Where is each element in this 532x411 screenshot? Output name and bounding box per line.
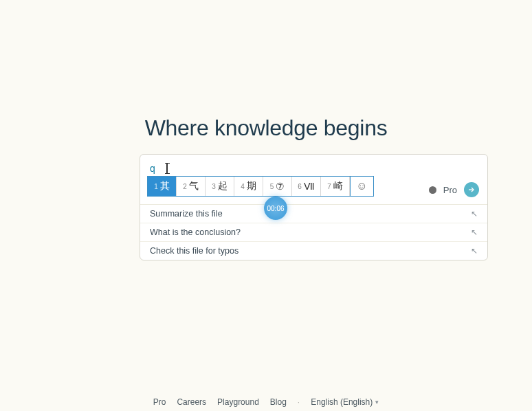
arrow-right-icon bbox=[467, 186, 476, 194]
ime-candidate-bar[interactable]: 1 其 2 气 3 起 4 期 5 ⑦ 6 Ⅶ 7 崎 ☺ bbox=[147, 176, 374, 197]
footer-separator: · bbox=[298, 397, 300, 407]
ime-char: 期 bbox=[247, 180, 256, 192]
ime-emoji-button[interactable]: ☺ bbox=[350, 177, 373, 196]
ime-index: 5 bbox=[270, 183, 274, 190]
ime-char: 起 bbox=[218, 180, 228, 192]
text-cursor-icon bbox=[166, 163, 168, 174]
smile-icon: ☺ bbox=[356, 180, 367, 192]
ime-index: 7 bbox=[327, 183, 331, 190]
suggestion-label: What is the conclusion? bbox=[150, 227, 241, 237]
ime-candidate[interactable]: 3 起 bbox=[206, 177, 234, 196]
page-title: Where knowledge begins bbox=[0, 115, 532, 141]
suggestion-item[interactable]: Summarize this file ↖ bbox=[140, 205, 487, 223]
language-label: English (English) bbox=[311, 397, 373, 407]
language-selector[interactable]: English (English) ▾ bbox=[311, 397, 379, 407]
prompt-input[interactable]: q bbox=[140, 155, 487, 178]
ime-candidate[interactable]: 4 期 bbox=[234, 177, 263, 196]
footer-link-blog[interactable]: Blog bbox=[270, 397, 287, 407]
pro-toggle-label[interactable]: Pro bbox=[443, 185, 457, 195]
ime-candidate[interactable]: 2 气 bbox=[177, 177, 206, 196]
ime-index: 4 bbox=[241, 183, 245, 190]
ime-index: 2 bbox=[183, 183, 187, 190]
suggestion-list: Summarize this file ↖ What is the conclu… bbox=[140, 204, 487, 260]
footer-link-careers[interactable]: Careers bbox=[177, 397, 206, 407]
arrow-upleft-icon: ↖ bbox=[471, 227, 478, 237]
ime-candidate[interactable]: 6 Ⅶ bbox=[292, 177, 321, 196]
suggestion-label: Summarize this file bbox=[150, 209, 223, 219]
suggestion-item[interactable]: What is the conclusion? ↖ bbox=[140, 223, 487, 241]
ime-candidate[interactable]: 1 其 bbox=[148, 177, 177, 196]
submit-button[interactable] bbox=[464, 182, 479, 197]
prompt-box: q ⌬ Academic ▾ 🗎 E2-英语词族-AI……pdf Pro bbox=[140, 154, 488, 260]
ime-char: 气 bbox=[189, 180, 199, 192]
footer-link-playground[interactable]: Playground bbox=[217, 397, 259, 407]
footer: Pro Careers Playground Blog · English (E… bbox=[0, 397, 532, 407]
arrow-upleft-icon: ↖ bbox=[471, 209, 478, 219]
suggestion-label: Check this file for typos bbox=[150, 246, 239, 256]
ime-index: 6 bbox=[298, 183, 302, 190]
footer-link-pro[interactable]: Pro bbox=[153, 397, 166, 407]
ime-index: 3 bbox=[212, 183, 216, 190]
ime-candidate[interactable]: 7 崎 bbox=[321, 177, 350, 196]
typed-text: q bbox=[150, 163, 155, 174]
ime-index: 1 bbox=[154, 183, 158, 190]
ime-char: Ⅶ bbox=[304, 181, 315, 192]
suggestion-item[interactable]: Check this file for typos ↖ bbox=[140, 241, 487, 260]
ime-char: 崎 bbox=[333, 180, 343, 192]
chevron-down-icon: ▾ bbox=[375, 399, 379, 406]
recording-timer: 00:06 bbox=[264, 197, 287, 220]
status-dot-icon bbox=[429, 186, 436, 194]
ime-char: 其 bbox=[160, 180, 170, 192]
ime-candidate[interactable]: 5 ⑦ bbox=[263, 177, 292, 196]
ime-char: ⑦ bbox=[276, 181, 285, 192]
arrow-upleft-icon: ↖ bbox=[471, 246, 478, 256]
